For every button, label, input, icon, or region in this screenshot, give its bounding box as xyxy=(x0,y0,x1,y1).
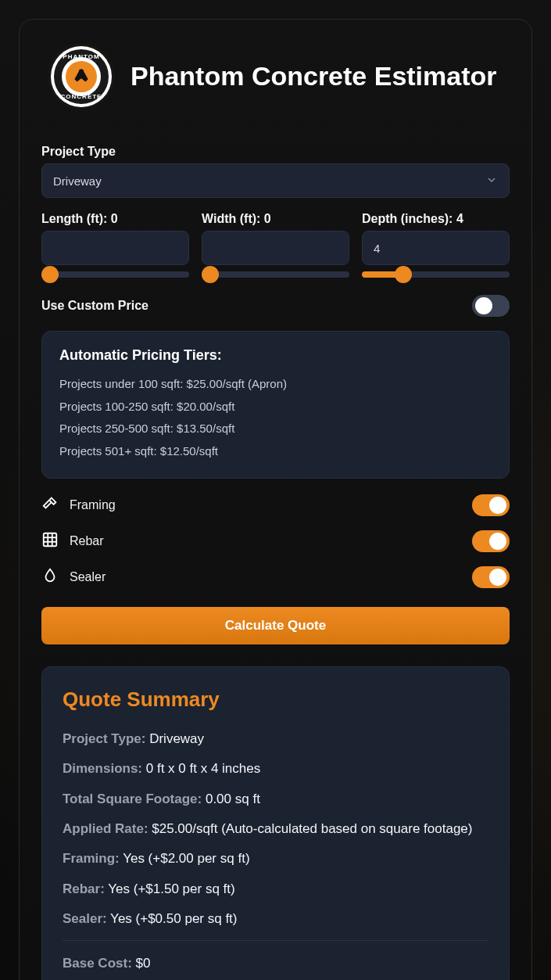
rebar-label: Rebar xyxy=(70,534,104,548)
quote-summary-title: Quote Summary xyxy=(63,687,488,712)
calculate-button[interactable]: Calculate Quote xyxy=(41,607,510,644)
width-label: Width (ft): 0 xyxy=(202,212,349,226)
length-label: Length (ft): 0 xyxy=(41,212,189,226)
width-field: Width (ft): 0 xyxy=(202,212,349,281)
grid-icon xyxy=(41,531,59,551)
depth-input[interactable] xyxy=(362,231,510,265)
width-slider[interactable] xyxy=(202,271,349,278)
rebar-toggle[interactable] xyxy=(472,530,510,552)
pricing-tier-line: Projects 100-250 sqft: $20.00/sqft xyxy=(59,396,492,418)
length-slider[interactable] xyxy=(41,271,189,278)
svg-rect-0 xyxy=(44,533,57,547)
custom-price-row: Use Custom Price xyxy=(41,295,510,317)
length-field: Length (ft): 0 xyxy=(41,212,189,281)
summary-dimensions: Dimensions: 0 ft x 0 ft x 4 inches xyxy=(63,759,488,779)
custom-price-toggle[interactable] xyxy=(472,295,510,317)
width-input[interactable] xyxy=(202,231,349,265)
dimensions-row: Length (ft): 0 Width (ft): 0 Depth (inch… xyxy=(41,212,510,281)
hammer-icon xyxy=(41,495,59,515)
pricing-tiers-title: Automatic Pricing Tiers: xyxy=(59,347,492,364)
options-group: Framing Rebar Sealer xyxy=(41,493,510,590)
sealer-label: Sealer xyxy=(70,570,106,584)
quote-summary-panel: Quote Summary Project Type: Driveway Dim… xyxy=(41,666,510,980)
sealer-toggle[interactable] xyxy=(472,566,510,588)
header: PHANTOM CONCRETE Phantom Concrete Estima… xyxy=(20,20,531,145)
pricing-tier-line: Projects under 100 sqft: $25.00/sqft (Ap… xyxy=(59,373,492,396)
summary-base-cost: Base Cost: $0 xyxy=(63,953,488,974)
summary-sealer: Sealer: Yes (+$0.50 per sq ft) xyxy=(63,909,488,929)
pricing-tiers-panel: Automatic Pricing Tiers: Projects under … xyxy=(41,331,510,479)
project-type-select[interactable]: Driveway xyxy=(41,163,510,198)
project-type-value: Driveway xyxy=(53,174,102,188)
depth-label: Depth (inches): 4 xyxy=(362,212,510,226)
logo-text-bottom: CONCRETE xyxy=(61,93,102,100)
custom-price-label: Use Custom Price xyxy=(41,299,148,313)
summary-project-type: Project Type: Driveway xyxy=(63,729,488,749)
rebar-row: Rebar xyxy=(41,529,510,554)
depth-field: Depth (inches): 4 xyxy=(362,212,510,281)
framing-label: Framing xyxy=(70,498,116,512)
logo: PHANTOM CONCRETE xyxy=(46,41,116,112)
sealer-row: Sealer xyxy=(41,565,510,590)
pricing-tier-line: Projects 501+ sqft: $12.50/sqft xyxy=(59,440,492,463)
framing-row: Framing xyxy=(41,493,510,518)
summary-rebar: Rebar: Yes (+$1.50 per sq ft) xyxy=(63,879,488,899)
estimator-card: PHANTOM CONCRETE Phantom Concrete Estima… xyxy=(19,19,532,980)
length-input[interactable] xyxy=(41,231,189,265)
summary-divider xyxy=(63,940,488,941)
depth-slider[interactable] xyxy=(362,271,510,278)
droplet-icon xyxy=(41,567,59,587)
summary-framing: Framing: Yes (+$2.00 per sq ft) xyxy=(63,849,488,869)
project-type-label: Project Type xyxy=(41,145,510,159)
summary-sqft: Total Square Footage: 0.00 sq ft xyxy=(63,789,488,809)
pricing-tier-line: Projects 250-500 sqft: $13.50/sqft xyxy=(59,418,492,440)
logo-text-top: PHANTOM xyxy=(63,53,99,60)
chevron-down-icon xyxy=(485,174,498,188)
framing-toggle[interactable] xyxy=(472,494,510,516)
summary-rate: Applied Rate: $25.00/sqft (Auto-calculat… xyxy=(63,819,488,839)
page-title: Phantom Concrete Estimator xyxy=(131,62,497,91)
project-type-field: Project Type Driveway xyxy=(41,145,510,198)
